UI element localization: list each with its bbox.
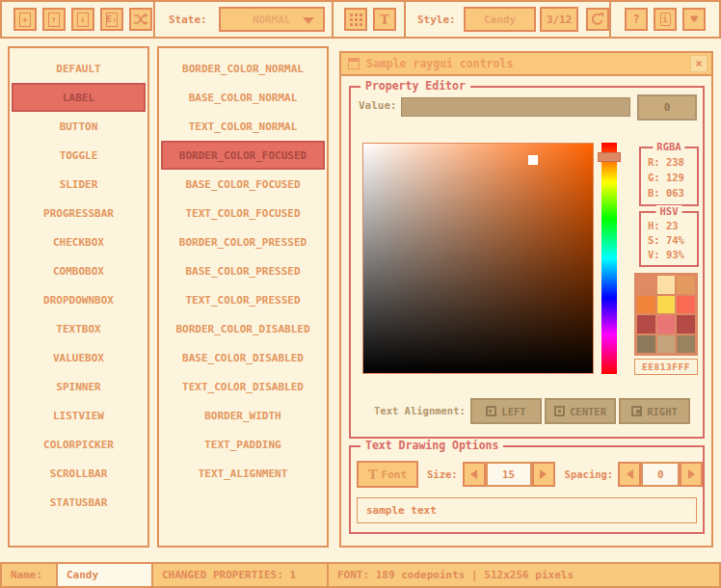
arrow-right-icon	[540, 469, 547, 479]
hue-handle[interactable]	[598, 152, 621, 162]
random-style-button[interactable]	[129, 8, 152, 31]
properties-list-item[interactable]: BASE_COLOR_PRESSED	[161, 256, 325, 285]
controls-list-item[interactable]: SCROLLBAR	[12, 459, 146, 488]
properties-list-item[interactable]: BASE_COLOR_FOCUSED	[161, 170, 325, 199]
help-button[interactable]: ?	[625, 8, 648, 31]
swatch-cell[interactable]	[657, 276, 676, 294]
value-slider[interactable]	[401, 97, 630, 117]
properties-list-item[interactable]: TEXT_COLOR_DISABLED	[161, 372, 325, 401]
properties-list-item[interactable]: TEXT_COLOR_NORMAL	[161, 112, 325, 141]
sample-text-box[interactable]: sample text	[357, 497, 697, 523]
properties-list-item[interactable]: BORDER_COLOR_PRESSED	[161, 227, 325, 256]
arrow-right-icon	[688, 469, 695, 479]
spacing-label: Spacing:	[565, 468, 614, 480]
controls-list-item[interactable]: BUTTON	[12, 112, 146, 141]
rgba-b-value: B: 063	[641, 185, 697, 200]
align-left-icon	[486, 406, 496, 416]
color-cursor[interactable]	[528, 155, 538, 165]
align-right-button[interactable]: RIGHT	[619, 398, 690, 424]
controls-list-item[interactable]: SPINNER	[12, 372, 146, 401]
style-name-button[interactable]: Candy	[464, 7, 537, 32]
window-title: Sample raygui controls	[366, 57, 690, 70]
spacing-decrease-button[interactable]	[618, 462, 641, 487]
style-index-box[interactable]: 3/12	[540, 7, 578, 32]
color-panel[interactable]	[362, 143, 594, 374]
swatch-cell[interactable]	[657, 335, 676, 354]
value-box[interactable]: 0	[637, 94, 697, 120]
align-left-button[interactable]: LEFT	[470, 398, 542, 424]
swatch-cell[interactable]	[677, 315, 695, 334]
controls-list-item[interactable]: DEFAULT	[12, 54, 146, 83]
properties-list-item[interactable]: BORDER_COLOR_FOCUSED	[161, 141, 325, 170]
sponsor-button[interactable]: ♥	[682, 8, 706, 31]
controls-list-item[interactable]: STATUSBAR	[12, 488, 146, 517]
style-name-input[interactable]: Candy	[56, 562, 153, 588]
file-section: + ↑ ↓ E›	[0, 0, 155, 39]
state-dropdown[interactable]: NORMAL	[219, 7, 325, 32]
heart-icon: ♥	[690, 13, 697, 26]
controls-list-item[interactable]: VALUEBOX	[12, 343, 146, 372]
swatch-cell[interactable]	[677, 335, 695, 354]
properties-list-item[interactable]: BORDER_COLOR_DISABLED	[161, 314, 325, 343]
controls-list-item[interactable]: COLORPICKER	[12, 430, 146, 459]
table-view-button[interactable]	[344, 8, 367, 31]
controls-list-item[interactable]: LISTVIEW	[12, 401, 146, 430]
swatch-cell[interactable]	[637, 296, 655, 314]
hex-color-box[interactable]: EE813FFF	[634, 359, 698, 375]
controls-list-item[interactable]: DROPDOWNBOX	[12, 285, 146, 314]
properties-list-item[interactable]: BASE_COLOR_NORMAL	[161, 83, 325, 112]
swatch-cell[interactable]	[657, 315, 676, 334]
controls-list-item[interactable]: TEXTBOX	[12, 314, 146, 343]
swatch-cell[interactable]	[637, 276, 655, 294]
close-icon[interactable]: ×	[690, 55, 708, 72]
reload-style-button[interactable]	[586, 8, 609, 31]
properties-list-item[interactable]: TEXT_ALIGNMENT	[161, 459, 325, 488]
window-icon	[348, 58, 360, 69]
controls-list-item[interactable]: TOGGLE	[12, 141, 146, 170]
controls-list-item[interactable]: LABEL	[12, 83, 146, 112]
property-editor-group: Property Editor Value: 0 RGBA R: 238 G: …	[349, 86, 705, 439]
load-style-button[interactable]: ↑	[42, 8, 66, 31]
text-mode-button[interactable]: T	[373, 8, 396, 31]
controls-list-item[interactable]: SLIDER	[12, 170, 146, 199]
sample-controls-window: Sample raygui controls × Property Editor…	[339, 51, 713, 548]
properties-list-item[interactable]: TEXT_COLOR_FOCUSED	[161, 199, 325, 227]
text-alignment-row: Text Alignment: LEFT CENTER RIGHT	[351, 398, 703, 425]
properties-list-item[interactable]: TEXT_PADDING	[161, 430, 325, 459]
save-style-button[interactable]: ↓	[71, 8, 94, 31]
hsv-s-value: S: 74%	[641, 233, 697, 248]
controls-list: DEFAULTLABELBUTTONTOGGLESLIDERPROGRESSBA…	[8, 46, 149, 548]
new-style-button[interactable]: +	[13, 8, 37, 31]
controls-list-item[interactable]: PROGRESSBAR	[12, 199, 146, 227]
align-center-button[interactable]: CENTER	[545, 398, 616, 424]
size-value-box[interactable]: 15	[486, 462, 532, 487]
font-button[interactable]: T Font	[357, 461, 418, 488]
properties-list-item[interactable]: TEXT_COLOR_PRESSED	[161, 285, 325, 314]
text-T-icon: T	[380, 13, 389, 26]
controls-list-item[interactable]: CHECKBOX	[12, 227, 146, 256]
swatch-cell[interactable]	[677, 296, 695, 314]
about-button[interactable]: i	[654, 8, 677, 31]
properties-list-item[interactable]: BORDER_WIDTH	[161, 401, 325, 430]
swatch-cell[interactable]	[637, 315, 655, 334]
spacing-value-box[interactable]: 0	[641, 462, 680, 487]
rgba-group: RGBA R: 238 G: 129 B: 063	[639, 147, 699, 206]
color-swatches	[634, 273, 698, 356]
window-titlebar[interactable]: Sample raygui controls ×	[341, 53, 711, 76]
info-icon: i	[660, 13, 671, 26]
swatch-cell[interactable]	[677, 276, 695, 294]
rguistyler-app: + ↑ ↓ E› State: NORMAL	[0, 0, 721, 588]
export-style-button[interactable]: E›	[100, 8, 123, 31]
state-label: State:	[169, 13, 207, 26]
font-info-status: FONT: 189 codepoints | 512x256 pixels	[327, 562, 721, 588]
properties-list-item[interactable]: BASE_COLOR_DISABLED	[161, 343, 325, 372]
swatch-cell[interactable]	[637, 335, 655, 354]
size-decrease-button[interactable]	[463, 462, 486, 487]
spacing-increase-button[interactable]	[680, 462, 703, 487]
controls-list-item[interactable]: COMBOBOX	[12, 256, 146, 285]
properties-list-item[interactable]: BORDER_COLOR_NORMAL	[161, 54, 325, 83]
swatch-cell[interactable]	[657, 296, 676, 314]
text-drawing-options-group: Text Drawing Options T Font Size: 15 Spa…	[349, 445, 705, 534]
hue-bar[interactable]	[601, 143, 617, 374]
size-increase-button[interactable]	[532, 462, 555, 487]
